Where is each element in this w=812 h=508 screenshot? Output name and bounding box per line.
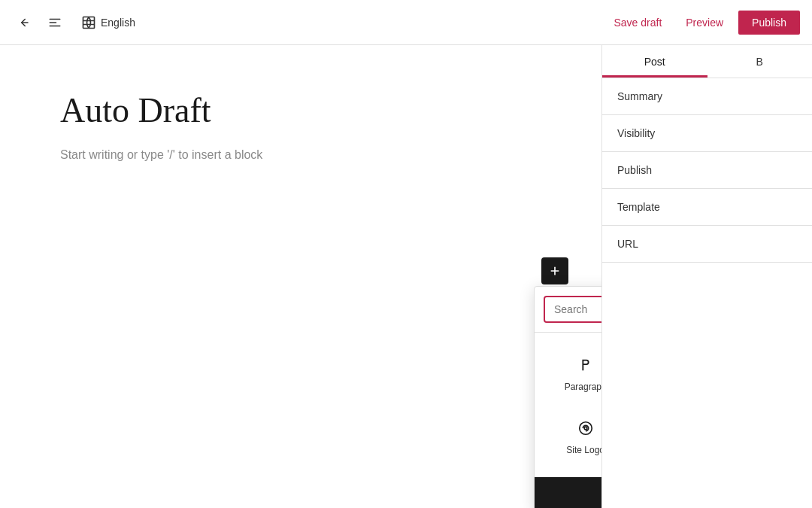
- site-logo-icon: [577, 418, 594, 439]
- sidebar-section-visibility[interactable]: Visibility: [602, 115, 812, 152]
- toolbar-right: Save draft Preview Publish: [604, 11, 800, 35]
- svg-point-16: [579, 422, 592, 435]
- sidebar-section-url[interactable]: URL: [602, 226, 812, 263]
- sidebar-tabs: Post B: [602, 45, 812, 78]
- sidebar-section-summary[interactable]: Summary: [602, 78, 812, 115]
- block-grid: Paragraph Group: [535, 333, 601, 477]
- block-item-paragraph[interactable]: Paragraph: [547, 345, 601, 402]
- svg-point-17: [584, 427, 587, 430]
- back-button[interactable]: [12, 11, 35, 34]
- svg-rect-4: [83, 17, 95, 28]
- block-label-site-logo: Site Logo: [566, 445, 601, 455]
- add-block-button[interactable]: [541, 257, 568, 284]
- sidebar-section-template[interactable]: Template: [602, 189, 812, 226]
- search-box: [544, 296, 601, 323]
- toolbar: English Save draft Preview Publish: [0, 0, 812, 45]
- search-container: [535, 287, 601, 333]
- menu-button[interactable]: [44, 11, 66, 34]
- tab-post[interactable]: Post: [602, 45, 707, 78]
- block-label-paragraph: Paragraph: [565, 382, 601, 392]
- search-input[interactable]: [554, 303, 601, 315]
- browse-all-button[interactable]: Browse all: [535, 477, 601, 508]
- toolbar-left: English: [12, 11, 604, 34]
- block-item-site-logo[interactable]: Site Logo: [547, 408, 601, 465]
- publish-button[interactable]: Publish: [738, 11, 800, 35]
- tab-block[interactable]: B: [707, 45, 813, 78]
- right-sidebar: Post B Summary Visibility Publish Templa…: [601, 45, 812, 508]
- post-title-heading[interactable]: Auto Draft: [60, 90, 541, 130]
- block-inserter: Paragraph Group: [534, 286, 601, 508]
- paragraph-icon: [577, 354, 594, 376]
- sidebar-section-publish[interactable]: Publish: [602, 152, 812, 189]
- save-draft-button[interactable]: Save draft: [604, 12, 671, 33]
- language-button[interactable]: English: [75, 12, 141, 33]
- preview-button[interactable]: Preview: [677, 12, 732, 33]
- language-label: English: [101, 17, 135, 29]
- editor-area[interactable]: Auto Draft Start writing or type '/' to …: [0, 45, 601, 508]
- editor-placeholder: Start writing or type '/' to insert a bl…: [60, 148, 541, 162]
- main-layout: Auto Draft Start writing or type '/' to …: [0, 45, 812, 508]
